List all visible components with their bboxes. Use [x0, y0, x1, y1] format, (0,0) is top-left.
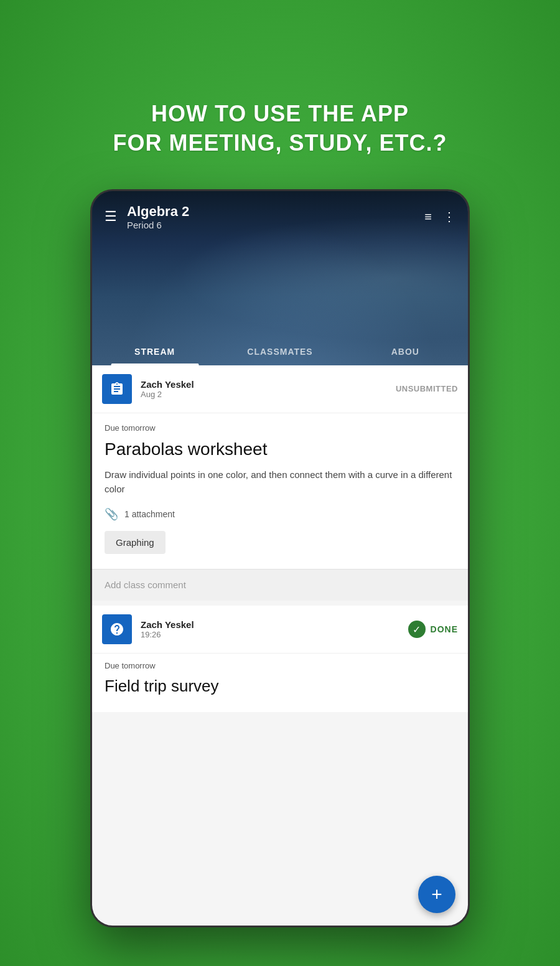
card2-author: Zach Yeskel — [141, 619, 408, 630]
card1-date: Aug 2 — [141, 390, 396, 399]
tab-about[interactable]: ABOU — [343, 338, 468, 365]
card2-date: 19:26 — [141, 630, 408, 639]
headline-line1: HOW TO USE THE APP — [113, 100, 447, 129]
card1-body: Due tomorrow Parabolas worksheet Draw in… — [92, 413, 468, 570]
content-area: Zach Yeskel Aug 2 UNSUBMITTED Due tomorr… — [92, 365, 468, 926]
class-period: Period 6 — [127, 220, 189, 230]
hamburger-icon[interactable]: ☰ — [105, 209, 117, 225]
class-name: Algebra 2 — [127, 204, 189, 220]
class-title: Algebra 2 Period 6 — [127, 204, 189, 230]
card1-status: UNSUBMITTED — [396, 384, 458, 393]
assignment-card-2: Zach Yeskel 19:26 ✓ DONE Due tomorrow Fi… — [92, 606, 468, 712]
card2-icon — [102, 614, 132, 644]
attachment-row: 📎 1 attachment — [105, 507, 455, 521]
card2-due: Due tomorrow — [105, 661, 455, 670]
card1-meta: Zach Yeskel Aug 2 — [141, 379, 396, 399]
tab-classmates[interactable]: CLASSMATES — [217, 338, 342, 365]
phone-frame: ☰ Algebra 2 Period 6 ≡ ⋮ STREAM CLASSMAT… — [90, 189, 470, 927]
more-icon[interactable]: ⋮ — [443, 209, 455, 224]
card1-due: Due tomorrow — [105, 423, 455, 433]
card2-meta: Zach Yeskel 19:26 — [141, 619, 408, 639]
card1-author: Zach Yeskel — [141, 379, 396, 390]
tab-stream[interactable]: STREAM — [92, 338, 217, 365]
tabs-bar: STREAM CLASSMATES ABOU — [92, 338, 468, 365]
app-header: ☰ Algebra 2 Period 6 ≡ ⋮ STREAM CLASSMAT… — [92, 191, 468, 365]
paperclip-icon: 📎 — [105, 507, 118, 521]
comment-bar[interactable]: Add class comment — [92, 569, 468, 601]
attachment-count: 1 attachment — [124, 509, 175, 519]
done-checkmark: ✓ — [408, 621, 426, 638]
headline: HOW TO USE THE APP FOR MEETING, STUDY, E… — [113, 100, 447, 158]
card2-title: Field trip survey — [105, 677, 455, 700]
card1-icon — [102, 374, 132, 404]
card2-body: Due tomorrow Field trip survey — [92, 654, 468, 712]
card2-status-done: ✓ DONE — [408, 621, 458, 638]
headline-line2: FOR MEETING, STUDY, ETC.? — [113, 129, 447, 158]
card1-title: Parabolas worksheet — [105, 439, 455, 460]
fab-button[interactable]: + — [418, 876, 455, 913]
done-label: DONE — [431, 624, 458, 634]
comment-placeholder: Add class comment — [105, 579, 186, 590]
card1-desc: Draw individual points in one color, and… — [105, 468, 455, 496]
assignment-card-1: Zach Yeskel Aug 2 UNSUBMITTED Due tomorr… — [92, 365, 468, 601]
filter-icon[interactable]: ≡ — [424, 210, 432, 224]
attachment-chip[interactable]: Graphing — [105, 531, 166, 554]
